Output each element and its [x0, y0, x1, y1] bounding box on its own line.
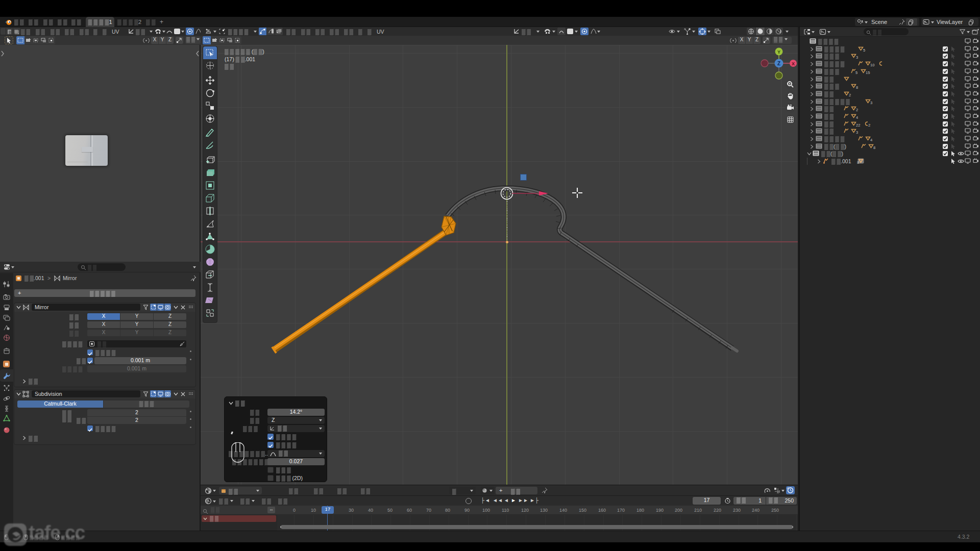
svg-text:Z: Z — [777, 61, 780, 66]
svg-text:Y: Y — [777, 49, 780, 55]
svg-text:X: X — [792, 61, 795, 66]
